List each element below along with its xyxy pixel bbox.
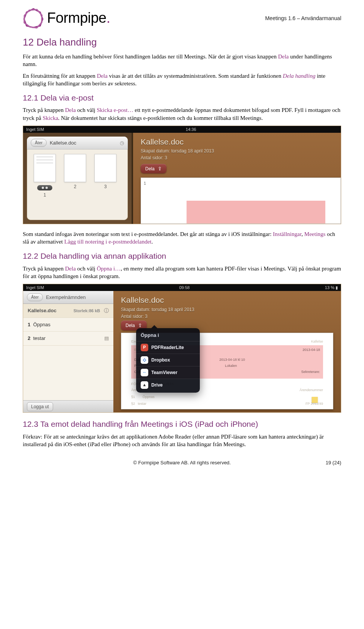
breadcrumb: Exempelnämnden — [46, 294, 86, 301]
thumb-annotation-toolbar[interactable] — [37, 185, 52, 190]
sidebar-footer: Logga ut — [23, 400, 113, 412]
thumb-1[interactable]: 1 — [33, 154, 56, 198]
dela-button[interactable]: Dela ⇪ — [141, 164, 166, 174]
status-time: 09:58 — [179, 285, 190, 291]
section-12-2-p1: Tryck på knappen Dela och välj Öppna i…,… — [23, 265, 341, 280]
sidebar-header: Åter Exempelnämnden — [23, 291, 113, 304]
thumb-2[interactable]: 2 — [63, 154, 87, 198]
screenshot-dela-epost: Inget SIM 14:36 Åter Kallelse.doc ◷ 1 — [23, 126, 341, 224]
share-icon: ⇪ — [138, 322, 142, 329]
page-thumbnails: 1 2 3 — [27, 149, 128, 200]
left-sidebar: Åter Exempelnämnden Kallelse.doc Storlek… — [23, 291, 113, 412]
brand-name: Formpipe. — [47, 8, 110, 28]
open-in-app[interactable]: PPDFReaderLite — [136, 341, 200, 354]
section-12-1-p2: Som standard infogas även noteringar som… — [23, 230, 341, 246]
list-item[interactable]: 2 testar ▤ — [23, 332, 113, 346]
back-button[interactable]: Åter — [27, 293, 43, 301]
page-preview[interactable] — [141, 178, 341, 224]
section-12-1-title: 12.1 Dela via e-post — [23, 93, 341, 103]
open-in-app[interactable]: ◇Dropbox — [136, 354, 200, 366]
status-battery: 13 % ▮ — [325, 285, 338, 291]
section-12-p2: En förutsättning för att knappen Dela vi… — [23, 72, 341, 88]
drive-icon: ▲ — [141, 381, 148, 389]
left-sidebar: Åter Kallelse.doc ◷ 1 2 — [23, 133, 133, 224]
teamviewer-icon: ↔ — [141, 369, 148, 376]
list-item[interactable]: 1 Öppnas — [23, 318, 113, 332]
page-footer: © Formpipe Software AB. All rights reser… — [23, 459, 341, 466]
attachment-icon: ▤ — [104, 335, 109, 342]
status-left: Inget SIM — [26, 127, 44, 132]
screenshot-oppna-i: Inget SIM 09:58 13 % ▮ Åter Exempelnämnd… — [23, 284, 341, 413]
list-header-row: Kallelse.doc Storlek:86 kB ⓘ — [23, 304, 113, 318]
formpipe-logo-icon — [23, 8, 44, 29]
sidebar-doc-title: Kallelse.doc — [50, 140, 76, 146]
status-left: Inget SIM — [26, 285, 44, 291]
share-icon: ⇪ — [158, 165, 162, 172]
section-12-2-title: 12.2 Dela handling via annan applikation — [23, 251, 341, 261]
dropbox-icon: ◇ — [141, 356, 148, 364]
ios-status-bar: Inget SIM 14:36 — [23, 126, 341, 133]
pdfreader-icon: P — [141, 344, 148, 351]
open-in-app[interactable]: ↔TeamViewer — [136, 366, 200, 379]
section-12-1-p1: Tryck på knappen Dela och välj Skicka e-… — [23, 106, 341, 122]
sidebar-header: Åter Kallelse.doc ◷ — [27, 137, 128, 149]
ios-status-bar: Inget SIM 09:58 13 % ▮ — [23, 284, 341, 291]
document-viewer: Kallelse.doc Skapat datum: torsdag 18 ap… — [133, 133, 341, 224]
page-number: 1 — [144, 181, 146, 186]
brand-logo: Formpipe. — [23, 8, 110, 29]
page-counter: 19 (24) — [326, 459, 341, 466]
sticky-note-icon — [312, 397, 318, 403]
logout-button[interactable]: Logga ut — [27, 402, 53, 411]
copyright: © Formpipe Software AB. All rights reser… — [133, 459, 231, 466]
info-icon[interactable]: ⓘ — [104, 307, 109, 314]
thumb-3[interactable]: 3 — [94, 154, 117, 198]
sidebar-list: Kallelse.doc Storlek:86 kB ⓘ 1 Öppnas 2 … — [23, 304, 113, 400]
open-in-popover: Öppna i PPDFReaderLite ◇Dropbox ↔TeamVie… — [136, 328, 200, 393]
page-header: Formpipe. Meetings 1.6 – Användarmanual — [23, 8, 341, 29]
agenda-highlight — [187, 201, 325, 223]
history-icon[interactable]: ◷ — [120, 140, 124, 146]
document-meta: Meetings 1.6 – Användarmanual — [265, 15, 341, 22]
document-metadata: Kallelse.doc Skapat datum: torsdag 18 ap… — [121, 295, 194, 319]
popover-title: Öppna i — [136, 330, 200, 341]
section-12-title: 12 Dela handling — [23, 36, 341, 49]
document-metadata: Kallelse.doc Skapat datum: torsdag 18 ap… — [141, 137, 214, 161]
status-time: 14:36 — [186, 127, 196, 132]
open-in-app[interactable]: ▲Drive — [136, 379, 200, 391]
section-12-p1: För att kunna dela en handling behöver f… — [23, 53, 341, 68]
section-12-3-p1: Förkrav: För att se anteckningar krävs d… — [23, 433, 341, 448]
section-12-3-title: 12.3 Ta emot delad handling från Meeting… — [23, 419, 341, 429]
back-button[interactable]: Åter — [31, 139, 47, 147]
document-viewer: Kallelse.doc Skapat datum: torsdag 18 ap… — [113, 291, 341, 412]
